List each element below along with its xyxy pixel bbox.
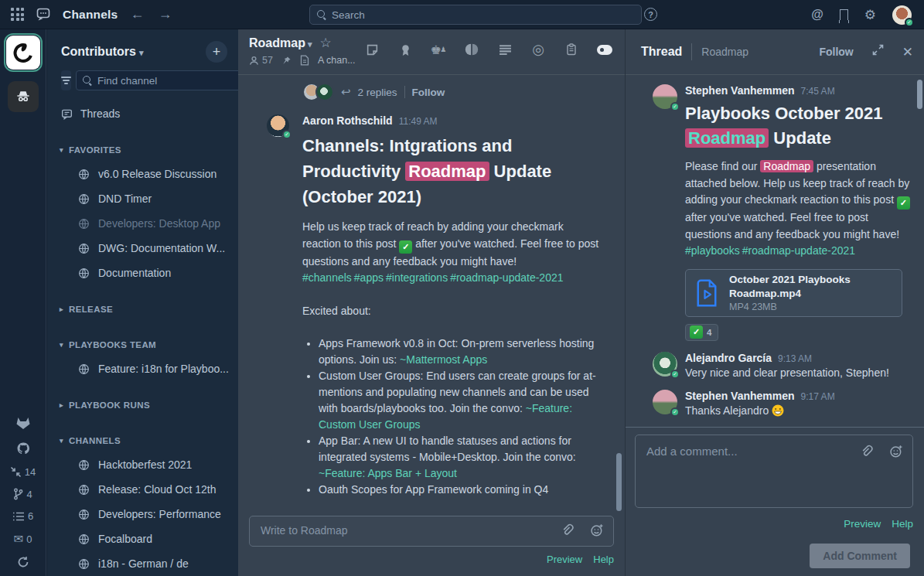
category-release[interactable]: ▸RELEASE xyxy=(47,298,238,321)
preview-link[interactable]: Preview xyxy=(547,554,582,565)
sidebar-item-v60-release[interactable]: v6.0 Release Discussion xyxy=(47,162,238,186)
avatar[interactable]: ✓ xyxy=(653,352,677,377)
globe-icon xyxy=(78,363,90,375)
sidebar-item-threads[interactable]: Threads xyxy=(47,101,238,126)
apps-grid-icon[interactable] xyxy=(11,8,24,21)
channel-filter-button[interactable] xyxy=(61,70,71,90)
saved-posts-icon[interactable] xyxy=(840,9,848,20)
sidebar-item-developers-performance[interactable]: Developers: Performance xyxy=(47,502,238,527)
channel-label: i18n - German / de xyxy=(98,557,189,570)
find-channel-input[interactable] xyxy=(97,75,234,87)
channel-files-button[interactable] xyxy=(300,55,309,66)
reaction-white-check-mark[interactable]: ✓4 xyxy=(685,324,718,341)
chevron-right-icon: ▸ xyxy=(60,401,63,409)
globe-icon xyxy=(78,169,90,180)
attachment-icon[interactable] xyxy=(561,523,575,540)
mail-counter[interactable]: ✉ 0 xyxy=(14,532,32,546)
search-bar[interactable] xyxy=(309,5,642,25)
category-favorites[interactable]: ▾FAVORITES xyxy=(47,138,238,162)
file-attachment-card[interactable]: October 2021 Playbooks Roadmap.mp4 MP4 2… xyxy=(685,269,902,317)
sidebar-item-developers-desktop[interactable]: Developers: Desktop App xyxy=(47,211,238,236)
category-playbook-runs[interactable]: ▸PLAYBOOK RUNS xyxy=(47,394,238,417)
sidebar-item-dwg-documentation[interactable]: DWG: Documentation W... xyxy=(47,236,238,261)
preview-link[interactable]: Preview xyxy=(844,518,881,530)
search-input[interactable] xyxy=(332,9,634,21)
call-icon[interactable] xyxy=(597,42,612,57)
user-avatar[interactable]: ✓ xyxy=(892,5,912,25)
team-icon-mattermost[interactable] xyxy=(6,36,40,70)
hashtag-link[interactable]: #apps xyxy=(354,271,384,284)
team-icon-incognito[interactable] xyxy=(8,81,39,112)
clipboard-icon[interactable] xyxy=(564,42,579,57)
channel-link[interactable]: ~Mattermost Apps xyxy=(400,353,487,366)
message-input[interactable] xyxy=(250,516,613,546)
sidebar-item-feature-i18n[interactable]: Feature: i18n for Playboo... xyxy=(47,356,238,381)
team-name-menu[interactable]: Contributors▾ xyxy=(61,45,143,59)
sidebar-item-hacktoberfest[interactable]: Hacktoberfest 2021 xyxy=(47,452,238,477)
avatar[interactable]: ✓ xyxy=(653,390,677,414)
pinned-posts-button[interactable] xyxy=(281,56,292,66)
hashtag-link[interactable]: #channels xyxy=(302,271,352,284)
help-icon[interactable]: ? xyxy=(644,8,657,21)
follow-button[interactable]: Follow xyxy=(819,46,853,58)
sidebar-item-release-cloud[interactable]: Release: Cloud Oct 12th xyxy=(47,477,238,502)
list-counter[interactable]: 6 xyxy=(12,510,33,522)
git-branch-counter[interactable]: 4 xyxy=(13,488,32,500)
category-channels[interactable]: ▾CHANNELS xyxy=(47,429,238,452)
post-paragraph: Please find our Roadmap presentation att… xyxy=(685,158,913,260)
hashtag-link[interactable]: #roadmap-update-2021 xyxy=(742,244,855,257)
replies-count[interactable]: 2 replies xyxy=(358,87,397,98)
badge-icon[interactable] xyxy=(397,42,413,57)
canvas-icon[interactable] xyxy=(364,42,380,57)
github-icon[interactable] xyxy=(15,441,31,456)
find-channel-box[interactable] xyxy=(76,70,238,90)
add-channel-button[interactable]: + xyxy=(206,41,227,63)
emoji-picker-icon[interactable] xyxy=(889,445,903,461)
avatar[interactable]: ✓ xyxy=(267,114,289,137)
scrollbar-thumb[interactable] xyxy=(917,80,922,109)
target-icon[interactable]: ◎ xyxy=(530,42,546,57)
sidebar-item-i18n-german[interactable]: i18n - German / de xyxy=(47,551,238,576)
compress-arrows-counter[interactable]: 14 xyxy=(10,466,36,478)
list-count: 6 xyxy=(28,510,33,522)
expand-icon[interactable] xyxy=(872,44,884,60)
hashtag-link[interactable]: #integrations xyxy=(386,271,448,284)
sidebar-item-dnd-timer[interactable]: DND Timer xyxy=(47,186,238,211)
post-author[interactable]: Stephen Vanhemmen xyxy=(685,390,795,402)
refresh-icon[interactable] xyxy=(17,556,29,568)
scrollbar-thumb[interactable] xyxy=(616,453,622,511)
hashtag-link[interactable]: #playbooks xyxy=(685,244,740,257)
attachment-icon[interactable] xyxy=(860,445,874,461)
chess-icon[interactable]: ♚♟ xyxy=(431,42,446,57)
avatar[interactable]: ✓ xyxy=(653,84,677,109)
hashtag-link[interactable]: #roadmap-update-2021 xyxy=(450,271,563,284)
help-link[interactable]: Help xyxy=(892,518,913,530)
sidebar-item-focalboard[interactable]: Focalboard xyxy=(47,527,238,551)
favorite-star-icon[interactable]: ☆ xyxy=(319,35,331,51)
history-back-icon[interactable]: ← xyxy=(128,6,145,22)
split-circle-icon[interactable] xyxy=(464,42,479,57)
add-comment-button[interactable]: Add Comment xyxy=(810,544,910,568)
list-view-icon[interactable] xyxy=(497,42,513,57)
post-author[interactable]: Aaron Rothschild xyxy=(302,114,393,127)
channel-menu[interactable]: Roadmap▾ xyxy=(249,36,312,50)
member-count[interactable]: 57 xyxy=(249,55,273,66)
global-header: Channels ← → ? @ ⚙ ✓ xyxy=(0,0,924,29)
chevron-down-icon: ▾ xyxy=(308,39,312,49)
follow-button[interactable]: Follow xyxy=(412,87,445,98)
center-channel: Roadmap▾ ☆ 57 A chan... xyxy=(238,29,625,576)
gitlab-icon[interactable] xyxy=(15,415,32,431)
channel-description[interactable]: A chan... xyxy=(318,55,356,66)
at-mentions-icon[interactable]: @ xyxy=(811,8,823,22)
history-forward-icon[interactable]: → xyxy=(156,6,173,22)
help-link[interactable]: Help xyxy=(593,554,614,565)
sidebar-item-documentation[interactable]: Documentation xyxy=(47,261,238,285)
thread-summary-row[interactable]: ↩ 2 replies Follow xyxy=(302,83,602,101)
channel-link[interactable]: ~Feature: Apps Bar + Layout xyxy=(319,467,457,479)
close-icon[interactable]: ✕ xyxy=(902,44,913,60)
emoji-picker-icon[interactable] xyxy=(590,523,604,540)
post-author[interactable]: Alejandro García xyxy=(685,352,772,364)
category-playbooks-team[interactable]: ▾PLAYBOOKS TEAM xyxy=(47,333,238,356)
post-author[interactable]: Stephen Vanhemmen xyxy=(685,84,795,97)
settings-gear-icon[interactable]: ⚙ xyxy=(864,7,876,23)
